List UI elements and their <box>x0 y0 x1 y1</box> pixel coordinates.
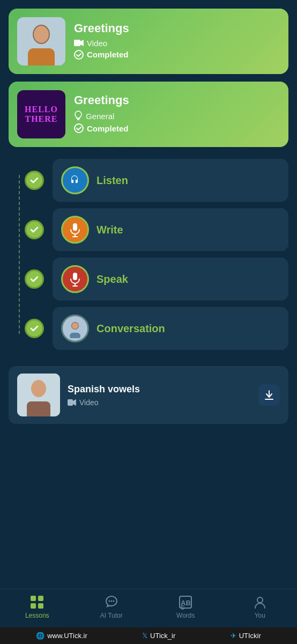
upcoming-card[interactable]: Spanish vowels Video <box>9 366 288 424</box>
timeline-dot-write <box>25 220 44 239</box>
video-icon-1 <box>74 39 84 47</box>
svg-point-32 <box>113 601 114 602</box>
activity-section: Listen <box>0 155 297 361</box>
svg-rect-10 <box>73 223 77 231</box>
speak-label: Speak <box>96 273 128 286</box>
words-icon: AB C <box>178 595 193 610</box>
svg-rect-4 <box>74 40 80 46</box>
status-label-1: Completed <box>87 50 129 59</box>
status-label-2: Completed <box>87 124 129 133</box>
page-container: Greetings Video Completed <box>0 0 297 488</box>
hello-text: HELLOTHERE <box>25 105 58 123</box>
website-icon: 🌐 <box>36 632 44 640</box>
bottom-navigation: Lessons AI Tutor AB C Words <box>0 589 297 624</box>
svg-point-6 <box>75 50 83 59</box>
svg-rect-17 <box>70 333 80 338</box>
svg-text:C: C <box>181 605 184 610</box>
card-meta-general: General <box>74 111 280 121</box>
speak-icon-wrap <box>61 265 89 293</box>
card-thumbnail-2: HELLOTHERE <box>17 90 65 138</box>
you-icon <box>253 595 268 610</box>
words-nav-label: Words <box>176 612 195 619</box>
card-status-1: Completed <box>74 50 280 60</box>
card-title-2: Greetings <box>74 93 280 107</box>
svg-rect-13 <box>73 273 77 280</box>
greetings-general-card[interactable]: HELLOTHERE Greetings General <box>9 82 288 147</box>
card-title-1: Greetings <box>74 21 280 35</box>
write-card[interactable]: Write <box>53 208 288 251</box>
footer-website: www.UTick.ir <box>47 632 87 640</box>
upcoming-section: Spanish vowels Video <box>9 366 288 424</box>
conversation-card[interactable]: Conversation <box>53 307 288 350</box>
nav-item-words[interactable]: AB C Words <box>148 595 223 619</box>
svg-rect-29 <box>38 603 43 609</box>
svg-point-3 <box>34 26 49 43</box>
timeline-dot-conversation <box>25 319 44 338</box>
activity-item-conversation[interactable]: Conversation <box>25 307 288 350</box>
activity-item-listen[interactable]: Listen <box>25 159 288 202</box>
svg-point-18 <box>72 323 78 329</box>
conversation-icon-wrap <box>61 314 89 342</box>
upcoming-info: Spanish vowels Video <box>68 384 251 407</box>
svg-rect-7 <box>77 118 80 119</box>
nav-item-lessons[interactable]: Lessons <box>0 595 75 619</box>
footer-bar: 🌐 www.UTick.ir 𝕏 UTick_ir ✈ UTIckir <box>0 627 297 644</box>
bottom-spacer <box>0 424 297 488</box>
completed-icon-1 <box>74 50 84 60</box>
upcoming-title: Spanish vowels <box>68 384 251 395</box>
timeline-line <box>19 175 20 334</box>
telegram-icon: ✈ <box>231 632 236 640</box>
card-thumbnail-1 <box>17 17 65 65</box>
activity-item-write[interactable]: Write <box>25 208 288 251</box>
upcoming-meta: Video <box>68 398 251 407</box>
ai-tutor-nav-label: AI Tutor <box>100 612 123 619</box>
write-label: Write <box>96 224 123 236</box>
nav-item-you[interactable]: You <box>223 595 298 619</box>
upcoming-meta-label: Video <box>79 398 99 407</box>
svg-marker-5 <box>80 40 84 46</box>
ai-tutor-icon <box>104 595 119 610</box>
lightbulb-icon <box>74 111 83 121</box>
listen-label: Listen <box>96 174 128 187</box>
listen-card[interactable]: Listen <box>53 159 288 202</box>
nav-item-ai-tutor[interactable]: AI Tutor <box>75 595 149 619</box>
svg-rect-27 <box>38 596 43 601</box>
card-meta-video-1: Video <box>74 39 280 48</box>
listen-icon-wrap <box>61 166 89 194</box>
twitter-icon: 𝕏 <box>142 632 147 640</box>
svg-point-9 <box>75 124 83 133</box>
timeline-dot-listen <box>25 171 44 190</box>
meta-label-1: Video <box>87 39 107 48</box>
svg-rect-28 <box>31 603 36 609</box>
svg-rect-26 <box>31 596 36 601</box>
svg-rect-21 <box>27 401 50 416</box>
activity-item-speak[interactable]: Speak <box>25 258 288 301</box>
svg-rect-8 <box>77 119 79 120</box>
speak-card[interactable]: Speak <box>53 258 288 301</box>
svg-point-30 <box>108 601 110 602</box>
timeline-dot-speak <box>25 269 44 289</box>
meta-label-2: General <box>86 112 114 121</box>
svg-rect-22 <box>68 399 73 406</box>
footer-item-telegram: ✈ UTIckir <box>231 632 261 640</box>
download-button[interactable] <box>258 384 280 406</box>
card-status-2: Completed <box>74 123 280 133</box>
footer-item-twitter: 𝕏 UTick_ir <box>142 632 175 640</box>
footer-telegram: UTIckir <box>239 632 261 640</box>
svg-point-36 <box>257 597 263 603</box>
footer-item-website: 🌐 www.UTick.ir <box>36 632 87 640</box>
upcoming-thumbnail <box>17 374 60 416</box>
svg-point-20 <box>31 380 46 397</box>
activity-timeline: Listen <box>9 159 288 350</box>
greetings-video-card[interactable]: Greetings Video Completed <box>9 9 288 74</box>
lessons-nav-label: Lessons <box>25 612 49 619</box>
footer-twitter: UTick_ir <box>150 632 175 640</box>
greetings-video-info: Greetings Video Completed <box>74 21 280 62</box>
you-nav-label: You <box>255 612 265 619</box>
completed-icon-2 <box>74 123 84 133</box>
upcoming-video-icon <box>68 399 76 406</box>
svg-point-31 <box>110 601 112 602</box>
lessons-icon <box>29 595 44 610</box>
write-icon-wrap <box>61 216 89 244</box>
greetings-general-info: Greetings General <box>74 93 280 135</box>
